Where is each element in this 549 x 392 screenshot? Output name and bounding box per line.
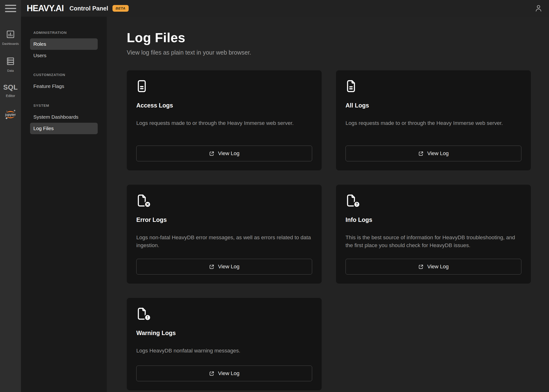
card-description: This is the best source of information f… (346, 234, 521, 249)
external-link-icon (418, 151, 424, 156)
sql-editor-icon: SQL (3, 84, 18, 91)
view-log-label: View Log (218, 150, 239, 157)
sidebar-item-label: Feature Flags (33, 84, 64, 89)
document-icon (136, 79, 151, 93)
page-subtitle: View log files as plain text in your web… (127, 49, 549, 56)
beta-badge: BETA (112, 5, 129, 12)
rail-item-dashboards[interactable]: Dashboards (2, 29, 19, 46)
dashboards-icon (6, 29, 15, 40)
document-question-icon: ? (346, 194, 360, 207)
rail-item-data[interactable]: Data (6, 56, 15, 72)
sidebar-item-label: System Dashboards (33, 114, 78, 120)
all-logs-card: All Logs Logs requests made to or throug… (336, 70, 531, 170)
warning-exclamation-badge: ! (144, 314, 151, 321)
hamburger-menu-button[interactable] (0, 0, 21, 17)
card-title: All Logs (346, 102, 369, 109)
document-error-icon: ✕ (136, 194, 151, 207)
card-title: Access Logs (136, 102, 173, 109)
card-description: Logs HeavyDB nonfatal warning messages. (136, 347, 240, 355)
external-link-icon (209, 151, 215, 156)
view-log-button[interactable]: View Log (136, 259, 312, 274)
sidebar-item-feature-flags[interactable]: Feature Flags (30, 81, 98, 92)
data-icon (6, 56, 15, 67)
access-logs-card: Access Logs Logs requests made to or thr… (127, 70, 322, 170)
user-profile-button[interactable] (534, 4, 543, 13)
card-description: Logs requests made to or through the Hea… (136, 119, 293, 127)
view-log-label: View Log (218, 264, 239, 270)
info-logs-card: ? Info Logs This is the best source of i… (336, 185, 531, 284)
card-description: Logs non-fatal HeavyDB error messages, a… (136, 234, 312, 249)
sidebar: ADMINISTRATION Roles Users CUSTOMIZATION… (21, 17, 107, 392)
external-link-icon (209, 264, 215, 270)
sidebar-section-header: CUSTOMIZATION (33, 73, 98, 77)
view-log-button[interactable]: View Log (136, 146, 312, 161)
sidebar-section-header: ADMINISTRATION (33, 30, 98, 35)
view-log-label: View Log (218, 370, 239, 377)
view-log-button[interactable]: View Log (346, 259, 521, 274)
card-title: Error Logs (136, 216, 167, 223)
svg-text:jupyter: jupyter (5, 113, 16, 117)
view-log-button[interactable]: View Log (136, 365, 312, 381)
error-logs-card: ✕ Error Logs Logs non-fatal HeavyDB erro… (127, 185, 322, 284)
sidebar-section-administration: ADMINISTRATION Roles Users (30, 30, 98, 61)
sidebar-item-roles[interactable]: Roles (30, 38, 98, 50)
hamburger-menu-icon (5, 5, 16, 12)
page-title: Log Files (127, 30, 549, 45)
document-icon (346, 79, 360, 93)
sidebar-section-customization: CUSTOMIZATION Feature Flags (30, 73, 98, 92)
sidebar-section-header: SYSTEM (33, 103, 98, 107)
main-content: Log Files View log files as plain text i… (107, 17, 549, 392)
user-icon (534, 4, 543, 13)
rail-item-jupyter[interactable]: jupyter (4, 109, 17, 121)
sidebar-item-log-files[interactable]: Log Files (30, 123, 98, 134)
rail-item-label: Dashboards (2, 42, 19, 46)
view-log-button[interactable]: View Log (346, 146, 521, 161)
rail-item-sql-editor[interactable]: SQL Editor (3, 84, 18, 98)
question-badge: ? (353, 201, 360, 208)
control-panel-title: Control Panel (69, 5, 108, 12)
card-title: Warning Logs (136, 329, 176, 336)
topbar: HEAVY.AI Control Panel BETA (0, 0, 549, 17)
external-link-icon (209, 371, 215, 376)
heavyai-logo: HEAVY.AI (27, 3, 64, 13)
log-cards-grid: Access Logs Logs requests made to or thr… (127, 70, 531, 390)
jupyter-icon: jupyter (4, 109, 17, 121)
sidebar-section-system: SYSTEM System Dashboards Log Files (30, 103, 98, 134)
sidebar-item-system-dashboards[interactable]: System Dashboards (30, 111, 98, 123)
document-warning-icon: ! (136, 307, 151, 321)
sidebar-item-users[interactable]: Users (30, 50, 98, 61)
brand: HEAVY.AI Control Panel BETA (27, 3, 129, 13)
rail-item-label: Editor (6, 94, 15, 98)
app-rail: Dashboards Data SQL Editor (0, 17, 21, 392)
card-description: Logs requests made to or through the Hea… (346, 119, 503, 127)
view-log-label: View Log (427, 150, 449, 157)
rail-item-label: Data (7, 69, 14, 72)
card-title: Info Logs (346, 216, 372, 223)
warning-logs-card: ! Warning Logs Logs HeavyDB nonfatal war… (127, 298, 322, 390)
external-link-icon (418, 264, 424, 270)
sidebar-item-label: Users (33, 53, 47, 58)
error-x-badge: ✕ (144, 201, 151, 208)
sidebar-item-label: Log Files (33, 126, 54, 131)
view-log-label: View Log (427, 264, 449, 270)
sidebar-item-label: Roles (33, 41, 46, 47)
